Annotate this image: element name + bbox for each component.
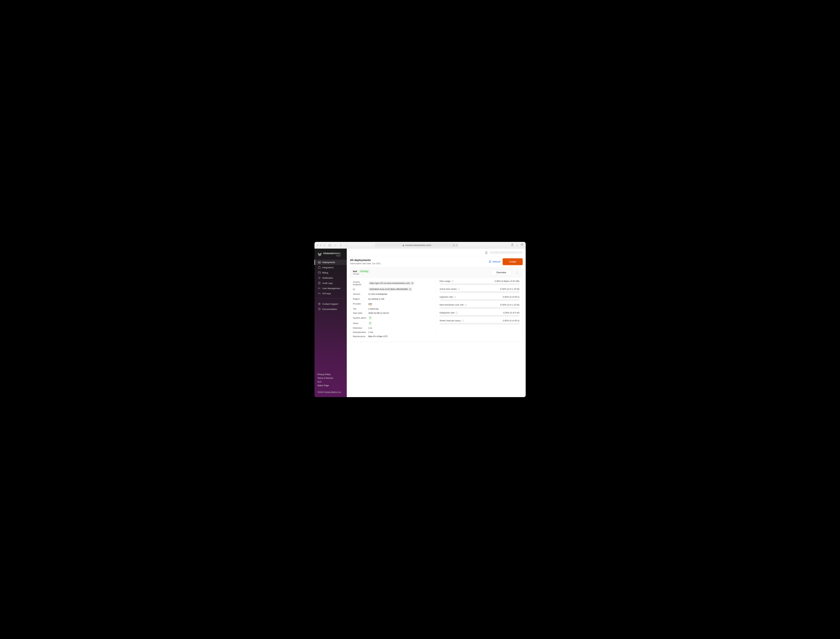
sidebar-item-api-keys[interactable]: API keys — [315, 291, 347, 296]
refresh-button[interactable]: Refresh — [489, 261, 501, 263]
detail-provider: Provider aws — [353, 302, 433, 306]
detail-start-date: Start date 2024-10-08 11:32:23 — [353, 311, 433, 315]
endpoint-value: https://gw-c15-1a.cloud.victoriametrics.… — [370, 282, 410, 285]
chevron-down-icon[interactable] — [333, 243, 337, 247]
info-icon[interactable]: i — [452, 280, 453, 282]
sidebar-toggle-icon[interactable] — [328, 243, 332, 247]
detail-id: ID 92916b04-4c3a-4133-9b0b-cf9fc5482f80 — [353, 286, 433, 292]
sidebar-item-integrations[interactable]: Integrations — [315, 265, 347, 270]
svg-point-19 — [318, 293, 319, 294]
create-button[interactable]: Create — [503, 259, 522, 265]
metric-value: 0.00% (0 of 1.25 M) — [500, 304, 519, 306]
detail-value: c.micro.ha — [368, 308, 379, 310]
sidebar-item-contact-support[interactable]: Contact Support — [315, 301, 347, 307]
tabs-icon[interactable] — [521, 243, 523, 247]
metric-bar — [440, 299, 519, 301]
metric-value: 0.00% (0 of 50 k) — [503, 296, 519, 298]
maximize-window-icon[interactable] — [323, 244, 325, 246]
close-window-icon[interactable] — [317, 244, 318, 246]
copy-icon[interactable] — [409, 288, 411, 290]
documentation-icon — [318, 308, 321, 310]
metric-name: Datapoints rate — [440, 312, 455, 314]
detail-label: Retention — [353, 327, 368, 329]
user-menu[interactable]: marshakova@victoriametrics.com — [485, 251, 522, 254]
app: VictoriaMetrics Cloud Deployments Integr… — [315, 249, 526, 397]
detail-label: Provider — [353, 302, 368, 305]
info-icon[interactable]: i — [454, 296, 456, 298]
forward-button[interactable] — [344, 243, 348, 247]
sidebar-footer: Privacy Policy Terms of Service SLA Stat… — [315, 373, 347, 397]
detail-label: Maintenance — [353, 335, 368, 338]
detail-alerts: Alerts 0 — [353, 321, 433, 326]
content: All deployments Subscription start date:… — [347, 256, 526, 397]
sidebar-item-user-management[interactable]: User Management — [315, 286, 347, 291]
details-column: Access endpoint https://gw-c15-1a.cloud.… — [353, 280, 436, 339]
sidebar-item-notification[interactable]: Notification — [315, 275, 347, 281]
nav-support: Contact Support Documentation — [315, 301, 347, 312]
info-icon[interactable]: i — [455, 312, 457, 314]
more-actions-button[interactable]: ⋮ — [515, 270, 519, 275]
minimize-window-icon[interactable] — [320, 244, 322, 246]
share-icon[interactable] — [511, 243, 514, 247]
terms-of-service-link[interactable]: Terms of Service — [318, 377, 344, 379]
svg-rect-33 — [412, 283, 413, 284]
audit-logs-icon — [318, 282, 321, 284]
sidebar-item-label: Deployments — [322, 261, 335, 264]
detail-label: System alerts — [353, 316, 368, 319]
user-email: marshakova@victoriametrics.com — [489, 251, 522, 254]
metrics-column: Disk usagei 0.00% (0 Bytes of 40 GB) Act… — [436, 280, 519, 339]
status-badge: Running — [359, 270, 370, 273]
brand[interactable]: VictoriaMetrics Cloud — [315, 249, 347, 260]
new-tab-icon[interactable]: ＋ — [516, 243, 519, 247]
sidebar-item-billing[interactable]: Billing — [315, 270, 347, 275]
status-page-link[interactable]: Status Page — [318, 384, 344, 387]
detail-version: Version v1.101.0-enterprise — [353, 292, 433, 296]
sidebar-item-label: Audit Logs — [322, 282, 332, 285]
metric-new-timeseries: New timeseries over 24hi 0.00% (0 of 1.2… — [440, 304, 519, 309]
browser-window: console.victoriametrics.cloud ⁂ ↻ ＋ — [315, 242, 526, 397]
id-chip: 92916b04-4c3a-4133-9b0b-cf9fc5482f80 — [368, 288, 413, 291]
address-bar[interactable]: console.victoriametrics.cloud ⁂ ↻ — [375, 243, 459, 248]
brand-name-rest: Metrics — [332, 252, 340, 255]
svg-rect-8 — [318, 267, 320, 269]
privacy-policy-link[interactable]: Privacy Policy — [318, 373, 344, 376]
detail-value: v1.101.0-enterprise — [368, 293, 387, 295]
info-icon[interactable]: i — [465, 304, 467, 306]
sidebar-item-label: Documentation — [322, 308, 337, 310]
detail-maintenance: Maintenance Mon-Fri 4-5am UTC — [353, 334, 433, 339]
svg-point-32 — [485, 251, 487, 253]
sidebar-item-label: Notification — [322, 277, 333, 279]
info-icon[interactable]: i — [458, 288, 460, 290]
support-icon — [318, 303, 321, 305]
sla-link[interactable]: SLA — [318, 381, 344, 383]
metric-value: 0.00% (0 of 1.25 M) — [500, 288, 519, 290]
metric-bar — [440, 291, 519, 293]
metric-value: 0.00% (0 of 5 M) — [503, 312, 519, 314]
sidebar: VictoriaMetrics Cloud Deployments Integr… — [315, 249, 347, 397]
sidebar-item-deployments[interactable]: Deployments — [315, 260, 347, 265]
svg-rect-34 — [411, 282, 413, 284]
svg-rect-6 — [318, 261, 321, 263]
refresh-icon — [489, 261, 492, 263]
detail-access-endpoint: Access endpoint https://gw-c15-1a.cloud.… — [353, 280, 433, 286]
detail-value: 2024-10-08 11:32:23 — [368, 312, 389, 314]
brand-name-bold: Victoria — [323, 252, 332, 255]
overview-button[interactable]: Overview — [491, 270, 512, 275]
id-value: 92916b04-4c3a-4133-9b0b-cf9fc5482f80 — [370, 288, 408, 291]
detail-label: Alerts — [353, 322, 368, 324]
sidebar-item-audit-logs[interactable]: Audit Logs — [315, 281, 347, 286]
back-button[interactable] — [339, 243, 343, 247]
count-pill: 0 — [368, 321, 372, 325]
reload-icon[interactable]: ↻ — [456, 244, 457, 246]
metric-name: Active time series — [440, 288, 457, 290]
award-icon — [485, 251, 488, 254]
api-keys-icon — [318, 292, 321, 294]
copy-icon[interactable] — [411, 282, 413, 284]
svg-rect-4 — [521, 244, 523, 246]
translate-icon[interactable]: ⁂ — [453, 244, 455, 246]
brand-subtitle: Cloud — [323, 255, 340, 257]
metric-name: Series read per query — [440, 320, 461, 322]
detail-label: Version — [353, 293, 368, 295]
info-icon[interactable]: i — [462, 320, 464, 322]
sidebar-item-documentation[interactable]: Documentation — [315, 307, 347, 312]
